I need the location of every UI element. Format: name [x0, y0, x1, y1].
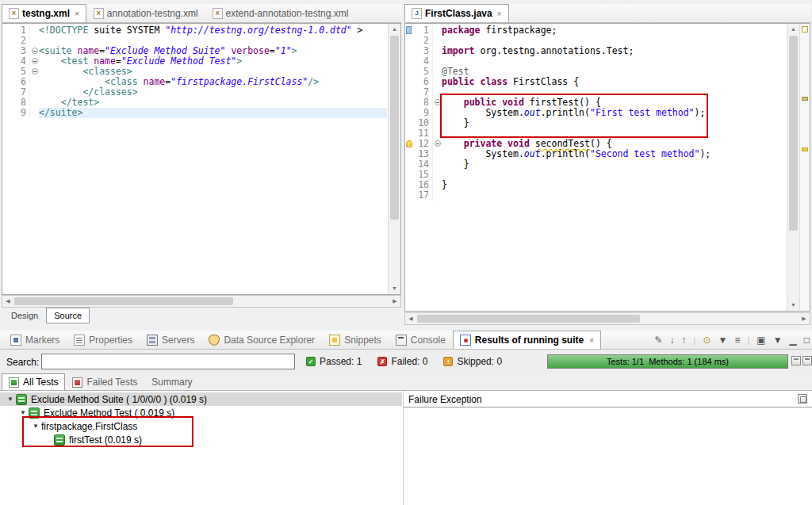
close-tab-icon[interactable]: ×: [497, 10, 502, 18]
editor-tab-firstclass-java[interactable]: JFirstClass.java×: [404, 4, 509, 22]
warning-bulb-icon[interactable]: [406, 140, 412, 147]
close-tab-icon[interactable]: ×: [75, 10, 79, 18]
code-token: }: [442, 179, 447, 190]
new-report-icon[interactable]: ✎: [655, 333, 663, 347]
code-token: public: [442, 76, 475, 87]
tab-source[interactable]: Source: [46, 308, 90, 323]
results-view-tabs: All TestsFailed TestsSummary: [0, 373, 812, 390]
folding-column: [432, 170, 442, 180]
collapse-fold-icon[interactable]: [32, 68, 38, 75]
detach-icon[interactable]: ▣: [756, 333, 765, 347]
console-view-icon: [396, 335, 407, 346]
annotation-column: [405, 46, 413, 56]
annotation-column: [405, 159, 413, 170]
annotation-column: [405, 128, 413, 139]
layout-vertical-icon[interactable]: [802, 356, 812, 365]
code-text: [442, 56, 786, 67]
line-number: 3: [413, 46, 432, 56]
scroll-up-icon[interactable]: ▲: [787, 24, 799, 35]
code-token: private: [464, 138, 502, 149]
overview-ruler[interactable]: [799, 24, 810, 311]
xml-vertical-scrollbar[interactable]: ▲ ▼: [388, 24, 400, 294]
tab-label: testng.xml: [22, 8, 70, 19]
occurrence-marker[interactable]: [802, 97, 808, 101]
xml-editor[interactable]: 1<!DOCTYPE suite SYSTEM "http://testng.o…: [2, 23, 401, 295]
annotation-column: [405, 180, 413, 190]
failedtests-icon: [72, 377, 82, 388]
folding-column: [432, 67, 442, 77]
view-menu-icon[interactable]: ▼: [773, 333, 783, 347]
code-text: [442, 190, 786, 201]
folding-column: [29, 87, 39, 98]
editor-tab-extend-annotation-testng-xml[interactable]: Xextend-annotation-testng.xml: [205, 4, 356, 22]
scrollbar-thumb[interactable]: [14, 297, 233, 305]
scroll-right-icon[interactable]: ▶: [799, 313, 810, 324]
bottom-tab-console[interactable]: Console: [389, 331, 453, 349]
tab-summary[interactable]: Summary: [144, 373, 199, 390]
tree-item-exclude-method-suite-1-0-0-0-0-019-s[interactable]: ▼Exclude Method Suite ( 1/0/0/0 ) (0.019…: [0, 392, 402, 406]
bottom-tab-markers[interactable]: Markers: [3, 331, 67, 349]
java-vertical-scrollbar[interactable]: ▲ ▼: [787, 24, 799, 311]
previous-failure-icon[interactable]: ↑: [682, 333, 687, 347]
toolbar-separator: |: [694, 335, 696, 345]
design-source-tabs: DesignSource: [2, 308, 90, 325]
close-tab-icon[interactable]: ×: [589, 336, 594, 345]
bottom-tab-results-of-running-suite[interactable]: Results of running suite×: [453, 331, 601, 349]
scroll-down-icon[interactable]: ▼: [389, 283, 400, 294]
results-content: ▼Exclude Method Suite ( 1/0/0/0 ) (0.019…: [0, 390, 812, 505]
scroll-up-icon[interactable]: ▲: [389, 24, 400, 35]
history-icon[interactable]: ≡: [734, 333, 740, 347]
scrollbar-thumb[interactable]: [417, 315, 640, 323]
code-token: @Test: [442, 66, 469, 77]
scroll-right-icon[interactable]: ▶: [389, 296, 400, 307]
scrollbar-thumb[interactable]: [789, 36, 798, 231]
code-text: }: [442, 159, 786, 170]
key-icon[interactable]: ⊙: [703, 333, 710, 347]
xml-editor-lines: 1<!DOCTYPE suite SYSTEM "http://testng.o…: [2, 25, 387, 118]
failure-exception-panel: Failure Exception: [403, 391, 812, 505]
search-input[interactable]: [41, 354, 295, 369]
java-horizontal-scrollbar[interactable]: ◀ ▶: [404, 312, 810, 325]
annotation-column: [405, 170, 413, 180]
tab-failed-tests[interactable]: Failed Tests: [65, 373, 144, 390]
xml-file-icon: X: [213, 8, 223, 19]
code-token: verbose: [231, 45, 269, 56]
skipped-icon: !: [443, 357, 453, 366]
code-token: "Exclude Method Suite": [105, 45, 225, 56]
line-number: 6: [413, 77, 432, 87]
filter-icon[interactable]: ▼: [718, 333, 728, 347]
collapse-fold-icon[interactable]: [32, 48, 38, 54]
bottom-tab-servers[interactable]: Servers: [140, 331, 201, 349]
expand-arrow-icon[interactable]: ▼: [17, 409, 29, 416]
scroll-down-icon[interactable]: ▼: [787, 300, 799, 311]
bottom-tab-snippets[interactable]: Snippets: [322, 331, 389, 349]
maximize-panel-icon[interactable]: [798, 394, 807, 404]
maximize-icon[interactable]: □: [804, 333, 810, 347]
editor-tab-annotation-testng-xml[interactable]: Xannotation-testng.xml: [86, 4, 205, 22]
bottom-tab-data-source-explorer[interactable]: Data Source Explorer: [201, 331, 322, 349]
code-token: void: [508, 138, 530, 149]
tab-label: Snippets: [344, 335, 381, 346]
next-failure-icon[interactable]: ↓: [670, 333, 675, 347]
stat-label: Failed: 0: [391, 356, 427, 367]
tab-design[interactable]: Design: [3, 308, 46, 323]
code-token: System.: [442, 148, 524, 159]
xml-horizontal-scrollbar[interactable]: ◀ ▶: [2, 295, 401, 308]
warning-marker[interactable]: [802, 147, 808, 151]
minimize-icon[interactable]: ▁: [790, 333, 797, 347]
scroll-left-icon[interactable]: ◀: [2, 296, 13, 307]
collapse-fold-icon[interactable]: [32, 58, 38, 64]
editor-tab-testng-xml[interactable]: Xtestng.xml×: [2, 4, 86, 22]
tab-all-tests[interactable]: All Tests: [2, 373, 65, 390]
scrollbar-thumb[interactable]: [390, 36, 399, 220]
expand-arrow-icon[interactable]: ▼: [5, 396, 16, 403]
layout-horizontal-icon[interactable]: [791, 356, 801, 365]
annotations-summary-icon[interactable]: [802, 26, 808, 33]
line-number: 4: [10, 56, 29, 67]
bottom-tab-properties[interactable]: Properties: [67, 331, 140, 349]
java-editor[interactable]: 1package firstpackage;23import org.testn…: [404, 23, 810, 312]
collapse-fold-icon[interactable]: [435, 140, 441, 147]
annotation-column: [2, 108, 10, 118]
code-token: />: [308, 76, 319, 87]
scroll-left-icon[interactable]: ◀: [405, 313, 416, 324]
